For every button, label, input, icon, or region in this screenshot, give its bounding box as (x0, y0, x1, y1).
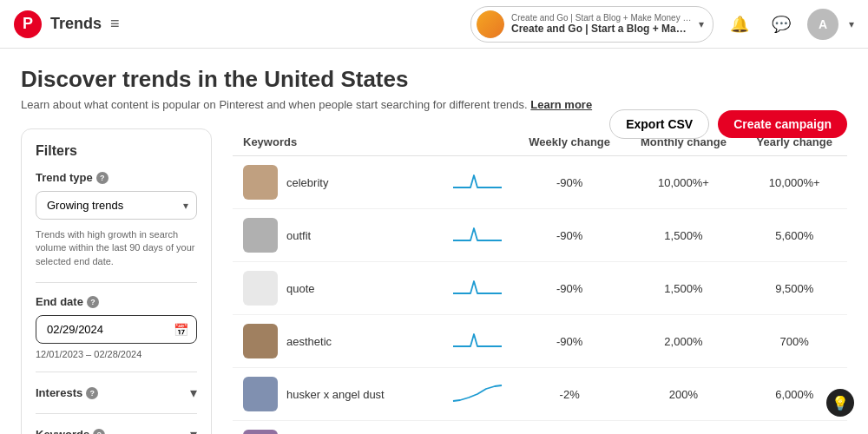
col-chart (441, 128, 514, 156)
keyword-thumbnail (243, 271, 278, 306)
date-input-wrapper: 📅 (36, 315, 197, 344)
keyword-cell: husker x angel dust (233, 368, 441, 421)
sparkline-cell (441, 421, 514, 435)
learn-more-link[interactable]: Learn more (530, 98, 592, 111)
weekly-change: -90% (514, 209, 625, 262)
weekly-change: -90% (514, 262, 625, 315)
monthly-change: 10,000%+ (625, 156, 741, 209)
header-right: Create and Go | Start a Blog + Make Mone… (470, 6, 854, 43)
sidebar-title: Filters (36, 143, 197, 159)
sparkline-cell (441, 315, 514, 368)
user-avatar[interactable]: A (807, 9, 838, 40)
yearly-change: 5,600% (741, 209, 847, 262)
create-campaign-button[interactable]: Create campaign (718, 110, 847, 138)
filter-divider-3 (36, 413, 197, 414)
account-selector[interactable]: Create and Go | Start a Blog + Make Mone… (470, 6, 713, 43)
table-body: celebrity -90% 10,000%+ 10,000%+ outfit … (233, 156, 847, 435)
trend-type-description: Trends with high growth in search volume… (36, 228, 197, 268)
end-date-input[interactable] (36, 315, 197, 344)
trend-type-select-wrapper: Growing trends Seasonal trends Top trend… (36, 191, 197, 220)
keyword-thumbnail (243, 377, 278, 411)
monthly-change: 400% (625, 421, 741, 435)
table-row[interactable]: aesthetic -90% 2,000% 700% (233, 315, 847, 368)
bell-icon: 🔔 (730, 15, 749, 34)
content-wrapper: Filters Trend type ? Growing trends Seas… (21, 128, 847, 434)
table-row[interactable]: velvette hazbin hotel icon 0% 400% 10,00… (233, 421, 847, 435)
main-content: Discover trends in the United States Lea… (0, 49, 868, 434)
keyword-cell: velvette hazbin hotel icon (233, 421, 441, 435)
keyword-cell: aesthetic (233, 315, 441, 368)
keywords-expand-icon[interactable]: ▾ (190, 426, 197, 434)
keyword-name: quote (286, 282, 315, 295)
col-weekly: Weekly change (514, 128, 625, 156)
interests-row: Interests ? ▾ (36, 385, 197, 401)
account-info-top: Create and Go | Start a Blog + Make Mone… (511, 13, 692, 23)
end-date-info-icon[interactable]: ? (87, 296, 99, 308)
keyword-thumbnail (243, 430, 278, 434)
keyword-thumbnail (243, 165, 278, 200)
weekly-change: -90% (514, 156, 625, 209)
sparkline-cell (441, 368, 514, 421)
account-avatar (477, 10, 504, 38)
lightbulb-fab[interactable]: 💡 (826, 389, 854, 417)
weekly-change: -90% (514, 315, 625, 368)
keywords-row: Keywords ? ▾ (36, 426, 197, 434)
end-date-label: End date ? (36, 295, 197, 308)
trends-table-container: Keywords Weekly change Monthly change Ye… (233, 128, 847, 434)
sidebar-filters: Filters Trend type ? Growing trends Seas… (21, 128, 212, 434)
yearly-change: 10,000%+ (741, 421, 847, 435)
app-header: P Trends ≡ Create and Go | Start a Blog … (0, 0, 868, 49)
yearly-change: 700% (741, 315, 847, 368)
notifications-button[interactable]: 🔔 (724, 9, 755, 40)
keyword-thumbnail (243, 324, 278, 358)
keyword-name: aesthetic (286, 335, 332, 348)
top-actions: Export CSV Create campaign (609, 109, 847, 139)
trend-type-select[interactable]: Growing trends Seasonal trends Top trend… (36, 191, 197, 220)
lightbulb-icon: 💡 (832, 395, 849, 411)
interests-expand-icon[interactable]: ▾ (190, 385, 197, 401)
table-row[interactable]: husker x angel dust -2% 200% 6,000% (233, 368, 847, 421)
weekly-change: -2% (514, 368, 625, 421)
keyword-name: husker x angel dust (286, 388, 385, 401)
interests-label: Interests ? (36, 386, 98, 399)
account-chevron-icon: ▾ (699, 18, 704, 30)
monthly-change: 1,500% (625, 209, 741, 262)
header-left: P Trends ≡ (14, 10, 120, 38)
account-info: Create and Go | Start a Blog + Make Mone… (511, 13, 692, 35)
monthly-change: 200% (625, 368, 741, 421)
sparkline-cell (441, 262, 514, 315)
trend-type-info-icon[interactable]: ? (96, 172, 108, 184)
keyword-cell: quote (233, 262, 441, 315)
keyword-cell: outfit (233, 209, 441, 262)
chat-icon: 💬 (772, 15, 791, 34)
user-chevron-icon[interactable]: ▾ (849, 18, 854, 30)
sparkline-cell (441, 156, 514, 209)
sparkline-cell (441, 209, 514, 262)
keywords-info-icon[interactable]: ? (93, 429, 105, 434)
keyword-thumbnail (243, 218, 278, 253)
keyword-name: outfit (286, 229, 311, 242)
table-row[interactable]: outfit -90% 1,500% 5,600% (233, 209, 847, 262)
header-brand: Trends (50, 15, 102, 33)
page-title: Discover trends in the United States (21, 66, 847, 93)
pinterest-logo[interactable]: P (14, 10, 42, 38)
filter-divider-1 (36, 282, 197, 283)
table-row[interactable]: celebrity -90% 10,000%+ 10,000%+ (233, 156, 847, 209)
account-info-main: Create and Go | Start a Blog + Make Mone… (511, 23, 692, 35)
trend-type-label: Trend type ? (36, 171, 197, 184)
monthly-change: 2,000% (625, 315, 741, 368)
keywords-label: Keywords ? (36, 428, 105, 434)
date-range-text: 12/01/2023 – 02/28/2024 (36, 349, 197, 359)
hamburger-icon[interactable]: ≡ (110, 15, 120, 33)
monthly-change: 1,500% (625, 262, 741, 315)
keyword-cell: celebrity (233, 156, 441, 209)
export-csv-button[interactable]: Export CSV (609, 109, 709, 139)
interests-info-icon[interactable]: ? (86, 387, 98, 399)
trends-table: Keywords Weekly change Monthly change Ye… (233, 128, 847, 434)
keyword-name: celebrity (286, 176, 328, 189)
col-keywords: Keywords (233, 128, 441, 156)
messages-button[interactable]: 💬 (766, 9, 797, 40)
table-row[interactable]: quote -90% 1,500% 9,500% (233, 262, 847, 315)
yearly-change: 10,000%+ (741, 156, 847, 209)
filter-divider-2 (36, 372, 197, 372)
